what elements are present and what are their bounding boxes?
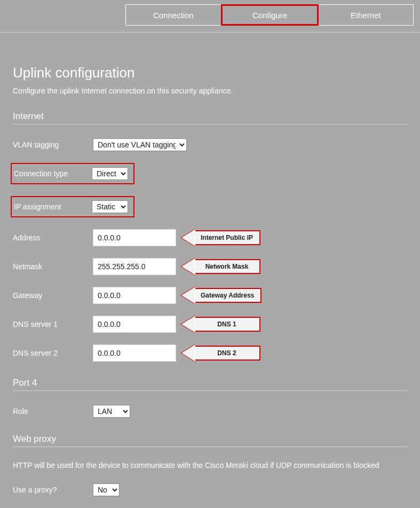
dns2-callout: DNS 2 — [181, 345, 260, 362]
ip-assignment-select[interactable]: Static — [92, 200, 128, 213]
address-input[interactable] — [93, 229, 176, 246]
proxy-description: HTTP will be used for the device to comm… — [13, 461, 407, 470]
row-use-proxy: Use a proxy? No — [13, 483, 407, 496]
dns2-label: DNS server 2 — [13, 349, 93, 357]
tab-configure[interactable]: Configure — [221, 4, 319, 26]
section-internet: Internet — [13, 111, 407, 124]
netmask-callout: Network Mask — [181, 258, 260, 275]
connection-type-label: Connection type — [13, 169, 92, 178]
tab-ethernet[interactable]: Ethernet — [318, 5, 413, 25]
use-proxy-select[interactable]: No — [93, 483, 120, 496]
row-dns2: DNS server 2 DNS 2 — [13, 345, 407, 362]
main-content: Uplink configuration Configure the uplin… — [0, 32, 420, 508]
netmask-input[interactable] — [93, 258, 176, 275]
row-dns1: DNS server 1 DNS 1 — [13, 316, 407, 333]
ip-assignment-label: IP assignment — [13, 202, 92, 211]
vlan-select[interactable]: Don't use VLAN tagging — [93, 138, 187, 151]
netmask-label: Netmask — [13, 262, 93, 271]
row-connection-type: Connection type Direct — [13, 163, 407, 184]
dns1-input[interactable] — [93, 316, 176, 333]
ip-assignment-highlight: IP assignment Static — [11, 196, 134, 217]
row-netmask: Netmask Network Mask — [13, 258, 407, 275]
dns2-input[interactable] — [93, 345, 176, 362]
gateway-hint: Gateway Address — [194, 288, 261, 303]
tab-bar: Connection Configure Ethernet — [125, 4, 414, 26]
dns2-hint: DNS 2 — [194, 346, 260, 361]
section-port4: Port 4 — [13, 378, 407, 391]
vlan-label: VLAN tagging — [13, 140, 93, 149]
address-hint: Internet Public IP — [194, 230, 260, 245]
dns1-label: DNS server 1 — [13, 320, 93, 329]
role-select[interactable]: LAN — [93, 405, 130, 418]
tab-connection[interactable]: Connection — [126, 5, 221, 25]
gateway-label: Gateway — [13, 291, 93, 300]
gateway-callout: Gateway Address — [181, 287, 261, 304]
page-title: Uplink configuration — [13, 65, 407, 81]
row-role: Role LAN — [13, 405, 407, 418]
section-webproxy: Web proxy — [13, 434, 407, 447]
connection-type-highlight: Connection type Direct — [11, 163, 134, 184]
gateway-input[interactable] — [93, 287, 176, 304]
use-proxy-label: Use a proxy? — [13, 486, 93, 494]
page-description: Configure the uplink Internet connection… — [13, 87, 407, 95]
row-address: Address Internet Public IP — [13, 229, 407, 246]
address-callout: Internet Public IP — [181, 229, 260, 246]
row-gateway: Gateway Gateway Address — [13, 287, 407, 304]
dns1-hint: DNS 1 — [194, 317, 260, 332]
address-label: Address — [13, 233, 93, 242]
role-label: Role — [13, 407, 93, 416]
row-ip-assignment: IP assignment Static — [13, 196, 407, 217]
dns1-callout: DNS 1 — [181, 316, 260, 333]
connection-type-select[interactable]: Direct — [92, 167, 128, 180]
netmask-hint: Network Mask — [194, 259, 260, 274]
row-vlan: VLAN tagging Don't use VLAN tagging — [13, 138, 407, 151]
